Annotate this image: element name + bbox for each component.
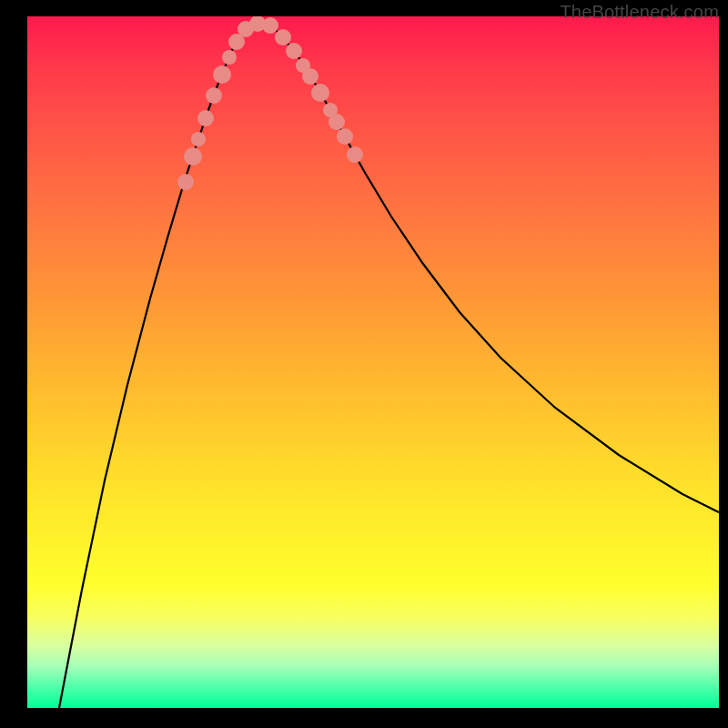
bottleneck-curve xyxy=(59,24,719,708)
data-marker xyxy=(329,114,345,130)
border-bottom xyxy=(0,708,728,728)
data-marker xyxy=(177,174,194,190)
chart-plot-area xyxy=(27,16,719,708)
data-marker xyxy=(197,110,214,126)
curve-markers xyxy=(177,16,363,190)
data-marker xyxy=(337,128,353,145)
border-left xyxy=(0,0,27,728)
data-marker xyxy=(347,147,363,163)
border-right xyxy=(719,0,728,728)
data-marker xyxy=(302,68,318,85)
data-marker xyxy=(191,132,206,147)
data-marker xyxy=(286,43,302,59)
chart-svg xyxy=(27,16,719,708)
data-marker xyxy=(311,84,329,102)
data-marker xyxy=(206,87,222,104)
data-marker xyxy=(275,29,291,46)
data-marker xyxy=(222,50,237,65)
data-marker xyxy=(213,66,231,84)
data-marker xyxy=(262,17,278,34)
watermark-text: TheBottleneck.com xyxy=(560,2,719,23)
data-marker xyxy=(184,147,202,166)
